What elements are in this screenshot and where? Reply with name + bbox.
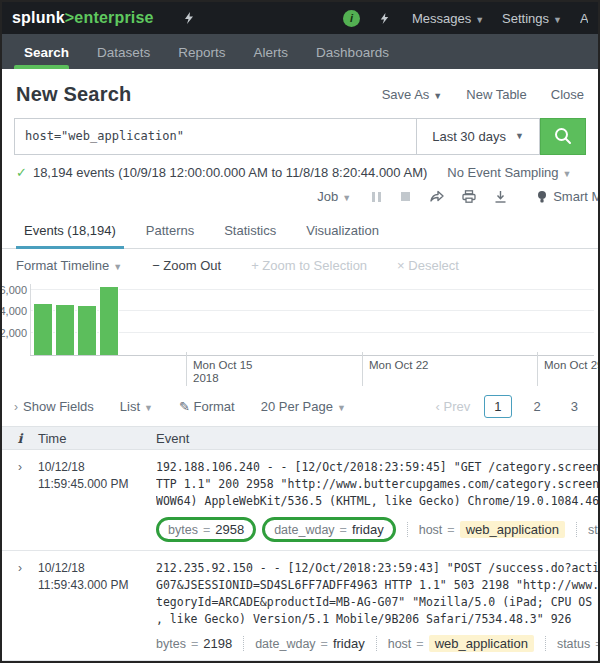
search-mode-selector[interactable]: Smart Mode — [537, 189, 598, 204]
info-icon[interactable]: i — [343, 10, 360, 27]
clipped-menu-item[interactable]: A — [580, 11, 588, 26]
job-done-check-icon: ✓ — [16, 165, 27, 180]
topbar-right-group: i Messages▼ Settings▼ A — [343, 10, 588, 27]
result-tabs: Events (18,194) Patterns Statistics Visu… — [2, 211, 598, 249]
caret-down-icon: ▼ — [563, 169, 572, 179]
field-separator — [243, 636, 244, 651]
x-tick-label: Mon Oct 29 — [544, 359, 600, 372]
event-raw-text: 192.188.106.240 - - [12/Oct/2018:23:59:4… — [156, 459, 598, 476]
timeline-bar[interactable] — [55, 304, 75, 355]
settings-menu[interactable]: Settings▼ — [502, 11, 562, 26]
new-table-button[interactable]: New Table — [466, 87, 526, 102]
per-page-menu[interactable]: 20 Per Page▼ — [261, 399, 346, 414]
list-view-menu[interactable]: List▼ — [120, 399, 153, 414]
tab-patterns[interactable]: Patterns — [136, 215, 204, 248]
timeline-histogram[interactable]: 2,0004,0006,000 Mon Oct 152018Mon Oct 22… — [2, 284, 596, 387]
chevron-right-icon: › — [14, 400, 18, 414]
nav-tab-dashboards[interactable]: Dashboards — [302, 37, 403, 69]
splunk-logo[interactable]: splunk>enterprise — [12, 9, 154, 27]
event-sampling-menu[interactable]: No Event Sampling▼ — [447, 165, 571, 180]
timeline-chart-plot[interactable] — [30, 284, 594, 355]
pagination: ‹ Prev 1 2 3 — [436, 395, 586, 418]
page-button-1[interactable]: 1 — [484, 395, 511, 418]
results-toolbar: ›Show Fields List▼ ✎ Format 20 Per Page▼… — [2, 387, 598, 426]
job-controls-row: Job▼ Smart Mode — [2, 182, 598, 212]
expand-event-icon[interactable]: › — [2, 560, 38, 652]
timeline-bar[interactable] — [99, 286, 119, 355]
caret-down-icon: ▼ — [144, 403, 153, 413]
event-cell: 192.188.106.240 - - [12/Oct/2018:23:59:4… — [156, 459, 598, 542]
zoom-out-button[interactable]: − Zoom Out — [152, 258, 221, 273]
job-icon-group — [371, 190, 507, 203]
field-bytes[interactable]: bytes=2198 — [156, 636, 232, 651]
format-timeline-menu[interactable]: Format Timeline▼ — [16, 258, 122, 273]
prev-page-button[interactable]: ‹ Prev — [436, 399, 471, 414]
chevron-left-icon: ‹ — [436, 399, 444, 414]
deselect-button[interactable]: × Deselect — [397, 258, 459, 273]
search-input[interactable]: host="web_application" — [14, 118, 416, 155]
nav-tab-alerts[interactable]: Alerts — [240, 37, 303, 69]
field-status[interactable]: status=200 — [588, 522, 598, 537]
field-date-wday[interactable]: date_wday=friday — [255, 636, 365, 651]
activity-bolt-icon[interactable] — [378, 10, 394, 26]
search-query-text: host="web_application" — [25, 129, 184, 143]
x-tick-mark — [186, 352, 187, 386]
format-menu[interactable]: ✎ Format — [179, 399, 235, 414]
search-header: New Search Save As▼ New Table Close — [2, 69, 598, 116]
lightbulb-icon — [537, 190, 547, 204]
caret-down-icon: ▼ — [515, 131, 524, 141]
field-separator — [545, 636, 546, 651]
y-axis-labels: 2,0004,0006,000 — [2, 284, 30, 355]
caret-down-icon: ▼ — [553, 15, 562, 25]
stop-icon[interactable] — [400, 191, 411, 202]
pencil-icon: ✎ — [179, 399, 194, 414]
timeline-bar[interactable] — [33, 303, 53, 355]
y-tick-label: 6,000 — [0, 284, 27, 296]
time-range-picker[interactable]: Last 30 days▼ — [416, 118, 540, 155]
job-status-row: ✓ 18,194 events (10/9/18 12:00:00.000 AM… — [2, 155, 598, 182]
tab-statistics[interactable]: Statistics — [214, 215, 286, 248]
job-menu[interactable]: Job▼ — [317, 189, 351, 204]
tab-events[interactable]: Events (18,194) — [14, 215, 126, 248]
table-row: › 10/12/18 11:59:43.000 PM 212.235.92.15… — [2, 551, 598, 661]
export-icon[interactable] — [494, 190, 507, 203]
show-fields-toggle[interactable]: ›Show Fields — [14, 399, 94, 414]
nav-tab-datasets[interactable]: Datasets — [83, 37, 164, 69]
tab-visualization[interactable]: Visualization — [296, 215, 389, 248]
top-bar: splunk>enterprise i Messages▼ Settings▼ … — [2, 2, 598, 34]
event-timestamp: 10/12/18 11:59:43.000 PM — [38, 560, 156, 652]
field-separator — [376, 636, 377, 651]
share-icon[interactable] — [429, 190, 444, 203]
page-button-2[interactable]: 2 — [526, 396, 549, 417]
caret-down-icon: ▼ — [113, 262, 122, 272]
field-host[interactable]: host=web_application — [388, 635, 534, 652]
x-tick-mark — [362, 352, 363, 386]
event-cell: 212.235.92.150 - - [12/Oct/2018:23:59:43… — [156, 560, 598, 652]
print-icon[interactable] — [462, 190, 476, 203]
field-date-wday-annotated[interactable]: date_wday=friday — [262, 517, 396, 542]
search-icon — [553, 126, 573, 146]
x-tick-mark — [537, 352, 538, 386]
caret-down-icon: ▼ — [337, 403, 346, 413]
page-button-3[interactable]: 3 — [563, 396, 586, 417]
nav-tab-reports[interactable]: Reports — [164, 37, 239, 69]
search-button[interactable] — [540, 118, 586, 155]
zoom-to-selection-button[interactable]: + Zoom to Selection — [251, 258, 367, 273]
field-separator — [407, 522, 408, 537]
save-as-button[interactable]: Save As▼ — [382, 87, 443, 102]
nav-tab-search[interactable]: Search — [10, 37, 83, 69]
close-button[interactable]: Close — [551, 87, 584, 102]
app-bolt-icon[interactable] — [182, 10, 198, 26]
header-actions: Save As▼ New Table Close — [382, 87, 584, 102]
timeline-bar[interactable] — [77, 305, 97, 355]
field-status[interactable]: status=503 — [557, 636, 598, 651]
pause-icon[interactable] — [371, 191, 382, 203]
field-host[interactable]: host=web_application — [419, 521, 565, 538]
field-bytes-annotated[interactable]: bytes=2958 — [156, 517, 256, 542]
timeline-toolbar: Format Timeline▼ − Zoom Out + Zoom to Se… — [2, 249, 598, 282]
logo-product-text: >enterprise — [65, 9, 154, 26]
column-header-info: i — [2, 431, 38, 446]
messages-menu[interactable]: Messages▼ — [412, 11, 484, 26]
event-fields: bytes=2958 date_wday=friday host=web_app… — [156, 517, 598, 542]
expand-event-icon[interactable]: › — [2, 459, 38, 542]
